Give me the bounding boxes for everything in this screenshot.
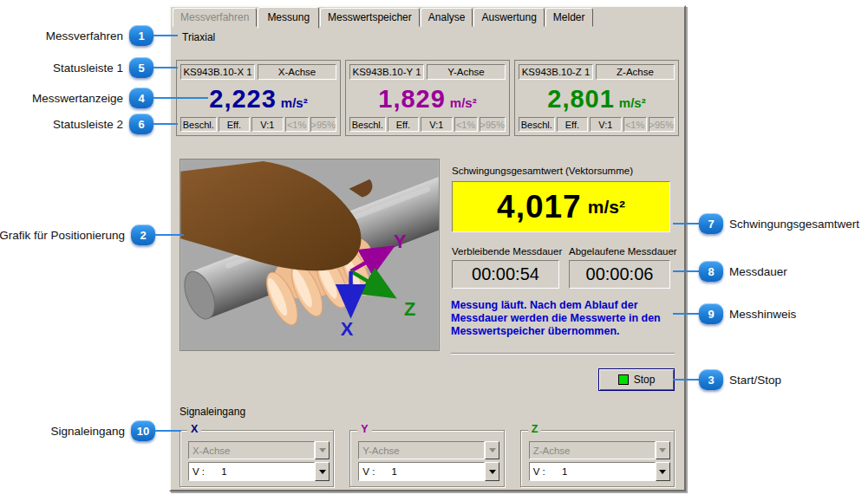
status-gain-x: V:1 — [251, 117, 283, 132]
callout-label: Messhinweis — [729, 308, 796, 321]
status-overrange-x: >95% — [310, 117, 336, 132]
callout-label: Messverfahren — [46, 29, 123, 42]
callout-schwingungsgesamtwert: 7 Schwingungsgesamtwert — [673, 213, 859, 234]
tab-analyse[interactable]: Analyse — [421, 8, 473, 27]
positioning-graphic: Y Z X — [179, 159, 440, 351]
measurement-value-z: 2,801m/s² — [519, 85, 675, 112]
callout-start-stop: 3 Start/Stop — [673, 369, 781, 390]
gain-select-z[interactable]: V : 1 — [529, 462, 670, 481]
gain-select-x-value: V : 1 — [188, 462, 315, 481]
callout-line — [155, 430, 181, 432]
callout-badge: 10 — [131, 420, 155, 441]
sensor-name-z: KS943B.10-Z 1 — [519, 64, 593, 80]
callout-label: Grafik für Positionierung — [0, 229, 125, 242]
callout-label: Signaleingang — [50, 425, 125, 438]
gain-select-z-value: V : 1 — [529, 462, 656, 481]
tab-bar: Messverfahren Messung Messwertspeicher A… — [173, 7, 594, 27]
channel-select-y-button — [485, 441, 499, 459]
sensor-name-y: KS943B.10-Y 1 — [349, 64, 424, 80]
chevron-down-icon — [489, 470, 496, 474]
tab-messung[interactable]: Messung — [258, 7, 319, 29]
status-quantity-y: Beschl. — [349, 117, 386, 132]
status-underrange-x: <1% — [285, 117, 309, 132]
callout-badge: 1 — [129, 25, 153, 46]
status-gain-y: V:1 — [421, 117, 452, 132]
axis-name-x: X-Achse — [258, 64, 336, 80]
running-indicator-icon — [618, 374, 629, 385]
sensor-name-x: KS943B.10-X 1 — [180, 64, 255, 80]
callout-label: Start/Stop — [729, 374, 781, 387]
signal-input-groups: X X-Achse V : 1 Y Y-Achse V : 1 Z — [179, 430, 675, 487]
gain-select-z-button[interactable] — [656, 462, 670, 481]
callout-badge: 8 — [699, 261, 723, 282]
axis-label-y: Y — [394, 231, 407, 252]
callout-messverfahren: Messverfahren 1 — [0, 25, 178, 46]
gain-select-x[interactable]: V : 1 — [188, 462, 330, 481]
channel-select-x-value: X-Achse — [188, 441, 315, 459]
channel-panels: KS943B.10-X 1 X-Achse 2,223m/s² Beschl. … — [176, 60, 679, 136]
signal-group-x: X X-Achse V : 1 — [179, 430, 334, 487]
signal-group-y-legend: Y — [357, 423, 371, 435]
channel-select-z-value: Z-Achse — [529, 441, 656, 459]
stop-button[interactable]: Stop — [598, 368, 675, 391]
gain-select-y-value: V : 1 — [358, 462, 485, 481]
callout-badge: 4 — [129, 88, 153, 108]
chevron-down-icon — [659, 448, 666, 452]
callout-signaleingang: Signaleingang 10 — [0, 420, 181, 441]
tab-messwertspeicher[interactable]: Messwertspeicher — [320, 8, 420, 27]
overall-value-display: 4,017m/s² — [452, 181, 670, 232]
callout-line — [153, 35, 178, 36]
callout-badge: 7 — [699, 213, 723, 234]
gain-select-y-button[interactable] — [485, 462, 499, 481]
status-bar-y: Beschl. Eff. V:1 <1% >95% — [349, 117, 506, 132]
chevron-down-icon — [489, 448, 496, 452]
separator-line — [451, 353, 675, 355]
callout-badge: 2 — [131, 224, 155, 245]
value-number-z: 2,801 — [547, 85, 615, 113]
overall-value-label: Schwingungsgesamtwert (Vektorsumme) — [452, 166, 633, 176]
channel-panel-z: KS943B.10-Z 1 Z-Achse 2,801m/s² Beschl. … — [514, 60, 679, 136]
axis-name-z: Z-Achse — [596, 64, 675, 80]
gain-select-x-button[interactable] — [315, 462, 330, 481]
callout-line — [155, 234, 184, 236]
signal-group-z-legend: Z — [528, 423, 542, 435]
callout-statusleiste-2: Statusleiste 2 6 — [0, 114, 178, 134]
callout-line — [153, 67, 178, 68]
callout-line — [153, 123, 178, 125]
overall-value-number: 4,017 — [497, 189, 582, 225]
overall-value-unit: m/s² — [588, 197, 625, 218]
tab-melder[interactable]: Melder — [545, 8, 593, 27]
status-underrange-z: <1% — [623, 117, 647, 132]
callout-line — [673, 313, 699, 315]
value-unit-y: m/s² — [450, 95, 477, 110]
channel-select-x: X-Achse — [188, 441, 330, 459]
channel-select-y-value: Y-Achse — [358, 441, 485, 459]
callout-line — [673, 223, 699, 224]
callout-line — [673, 270, 699, 272]
callout-label: Messwertanzeige — [32, 92, 123, 105]
callout-line — [673, 379, 699, 381]
callout-label: Statusleiste 2 — [53, 118, 123, 131]
remaining-duration-display: 00:00:54 — [452, 260, 559, 289]
chevron-down-icon — [319, 448, 326, 452]
documentation-page: Messverfahren Messung Messwertspeicher A… — [0, 0, 868, 501]
axis-name-y: Y-Achse — [427, 64, 506, 80]
tab-auswertung[interactable]: Auswertung — [473, 8, 544, 27]
signal-group-x-legend: X — [187, 423, 201, 435]
channel-select-y: Y-Achse — [358, 441, 499, 459]
remaining-duration-label: Verbleibende Messdauer — [452, 246, 562, 257]
elapsed-duration-display: 00:00:06 — [569, 260, 670, 289]
status-bar-x: Beschl. Eff. V:1 <1% >95% — [180, 117, 336, 132]
status-overrange-z: >95% — [649, 117, 675, 132]
callout-messwertanzeige: Messwertanzeige 4 — [0, 88, 208, 108]
channel-select-z: Z-Achse — [529, 441, 670, 459]
callout-grafik: Grafik für Positionierung 2 — [0, 224, 184, 245]
callout-badge: 9 — [699, 303, 723, 324]
callout-label: Statusleiste 1 — [53, 62, 123, 75]
chevron-down-icon — [659, 470, 666, 474]
gain-select-y[interactable]: V : 1 — [358, 462, 499, 481]
callout-badge: 6 — [129, 114, 153, 134]
value-unit-x: m/s² — [281, 95, 308, 110]
measurement-method-value: Triaxial — [182, 31, 215, 43]
axis-label-x: X — [341, 318, 354, 340]
